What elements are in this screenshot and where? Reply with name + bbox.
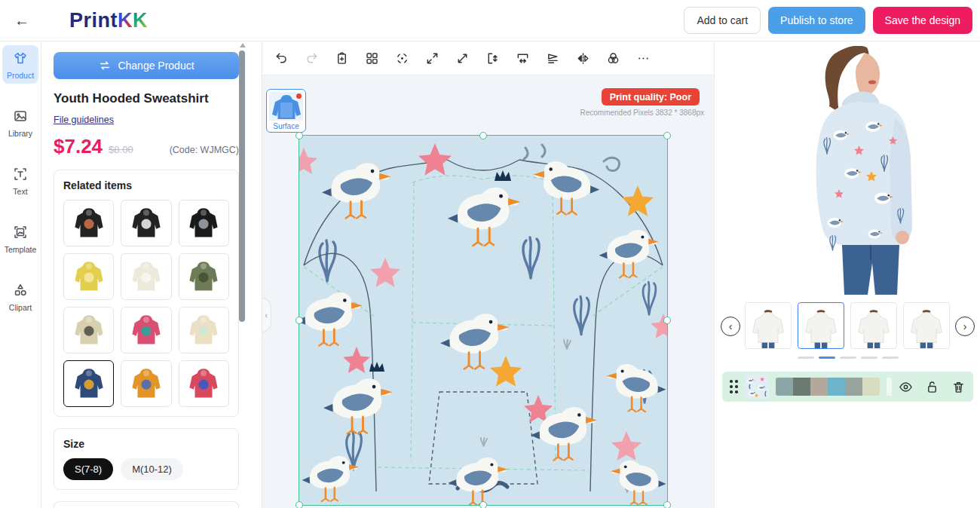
pagination-dash-1[interactable] (819, 357, 835, 359)
pagination-dash-4[interactable] (882, 357, 899, 359)
paste-icon[interactable] (333, 50, 350, 66)
resize-handle-sw[interactable] (296, 501, 303, 508)
layer-row[interactable] (722, 372, 973, 402)
related-item-pink-pattern-hoodie[interactable] (121, 307, 171, 353)
pagination-dash-0[interactable] (798, 357, 814, 359)
size-card: Size S(7-8)M(10-12) (54, 428, 239, 490)
resize-handle-ne[interactable] (663, 132, 671, 139)
align-icon[interactable] (544, 50, 561, 66)
related-item-beige-hoodie[interactable] (179, 307, 229, 353)
preview-thumbnail-side[interactable] (798, 302, 844, 349)
design-artwork[interactable] (299, 136, 667, 505)
add-to-cart-button[interactable]: Add to cart (684, 7, 761, 34)
sidebar-item-text[interactable]: Text (2, 161, 38, 200)
related-item-yellow-hoodie[interactable] (63, 253, 114, 300)
resize-handle-w[interactable] (296, 317, 303, 324)
layer-actions (899, 380, 966, 394)
resize-handle-nw[interactable] (296, 132, 303, 139)
size-option-s7-8[interactable]: S(7-8) (63, 458, 113, 480)
color-swatch-2[interactable] (810, 378, 828, 396)
layer-pattern-thumbnail[interactable] (745, 375, 769, 399)
printkk-logo: PrintKK (69, 9, 148, 32)
preview-thumbnail-back[interactable] (850, 302, 897, 349)
expand-icon[interactable] (424, 50, 440, 66)
change-product-button[interactable]: Change Product (54, 52, 239, 79)
related-item-black-hoodie-graphic[interactable] (63, 200, 114, 246)
size-option-m10-12[interactable]: M(10-12) (121, 458, 183, 480)
sidebar-item-label: Template (5, 245, 37, 254)
sidebar-item-clipart[interactable]: Clipart (2, 277, 38, 316)
focus-icon[interactable] (394, 50, 410, 66)
preview-thumbnail-front[interactable] (745, 302, 792, 349)
back-button[interactable]: ← (11, 9, 33, 32)
undo-icon[interactable] (273, 50, 289, 66)
related-item-tan-pattern-hoodie[interactable] (63, 307, 114, 353)
related-item-cream-hoodie[interactable] (121, 253, 171, 300)
visibility-eye-icon[interactable] (899, 380, 913, 394)
color-swatch-4[interactable] (845, 378, 862, 396)
print-quality-badge: Print quality: Poor (602, 88, 700, 106)
price: $7.24 (54, 135, 103, 158)
save-design-button[interactable]: Save the design (873, 7, 972, 34)
product-code: (Code: WJMGC) (170, 145, 239, 155)
resize-handle-s[interactable] (479, 501, 487, 508)
collapse-panel-tab[interactable]: ‹ (262, 298, 271, 332)
carousel-next-button[interactable]: › (955, 317, 975, 336)
sidebar-item-library[interactable]: Library (2, 103, 38, 142)
surface-layer-chip[interactable]: Surface (266, 89, 306, 133)
related-item-black-hoodie-grey-print[interactable] (179, 200, 229, 246)
sidebar-item-product[interactable]: Product (2, 45, 38, 84)
preview-thumbnail-side-2[interactable] (903, 302, 950, 349)
panel-scrollbar[interactable] (239, 50, 245, 322)
file-guidelines-link[interactable]: File guidelines (54, 115, 114, 125)
product-panel: Change Product Youth Hooded Sweatshirt F… (41, 41, 262, 508)
related-item-red-pattern-hoodie[interactable] (179, 360, 229, 407)
change-product-label: Change Product (118, 60, 194, 72)
pagination-dash-3[interactable] (861, 357, 877, 359)
related-item-green-camo-hoodie[interactable] (179, 253, 229, 300)
sidebar-item-label: Library (8, 129, 32, 138)
layer-color-swatches[interactable] (776, 378, 880, 396)
pagination-dash-2[interactable] (840, 357, 856, 359)
scrollbar-up-arrow[interactable] (240, 43, 246, 47)
carousel-thumbnails (745, 302, 951, 350)
canvas-body[interactable]: ‹ Surface Print quality: Poor Recommende… (262, 75, 714, 508)
related-item-navy-yellow-hoodie[interactable] (63, 360, 114, 407)
resize-horizontal-icon[interactable] (514, 50, 531, 66)
color-swatch-5[interactable] (862, 378, 880, 396)
preview-carousel: ‹ › (715, 296, 980, 357)
related-items-title: Related items (63, 179, 229, 191)
related-items-grid (63, 200, 229, 407)
canvas-region: ‹ Surface Print quality: Poor Recommende… (262, 41, 714, 508)
size-options: S(7-8)M(10-12) (63, 458, 229, 480)
blend-icon[interactable] (605, 50, 621, 66)
color-swatch-3[interactable] (828, 378, 845, 396)
sidebar-item-template[interactable]: Template (2, 219, 38, 258)
resize-handle-e[interactable] (663, 317, 671, 324)
price-row: $7.24 $8.00 (Code: WJMGC) (54, 135, 239, 158)
related-item-orange-pattern-hoodie[interactable] (121, 360, 171, 407)
related-item-black-hoodie-white-print[interactable] (121, 200, 171, 246)
publish-to-store-button[interactable]: Publish to store (768, 7, 865, 34)
resize-diagonal-icon[interactable] (454, 50, 470, 66)
left-icon-rail: ProductLibraryTextTemplateClipart (0, 41, 41, 508)
seagull-pattern (299, 136, 667, 505)
color-swatch-0[interactable] (776, 378, 793, 396)
resize-vertical-icon[interactable] (484, 50, 501, 66)
delete-trash-icon[interactable] (951, 380, 966, 394)
text-icon (13, 167, 28, 185)
next-card-sliver (54, 501, 239, 508)
layer-drag-handle[interactable] (730, 380, 738, 393)
logo-print: Print (69, 9, 118, 32)
resize-handle-n[interactable] (479, 132, 487, 139)
product-title: Youth Hooded Sweatshirt (54, 91, 239, 106)
resize-handle-se[interactable] (663, 501, 671, 508)
color-swatch-1[interactable] (793, 378, 810, 396)
redo-icon[interactable] (303, 50, 320, 66)
flip-horizontal-icon[interactable] (574, 50, 591, 66)
more-icon[interactable] (635, 50, 651, 66)
carousel-prev-button[interactable]: ‹ (721, 317, 740, 336)
clipart-icon (13, 283, 28, 301)
grid-icon[interactable] (363, 50, 380, 66)
unlock-icon[interactable] (925, 380, 939, 394)
